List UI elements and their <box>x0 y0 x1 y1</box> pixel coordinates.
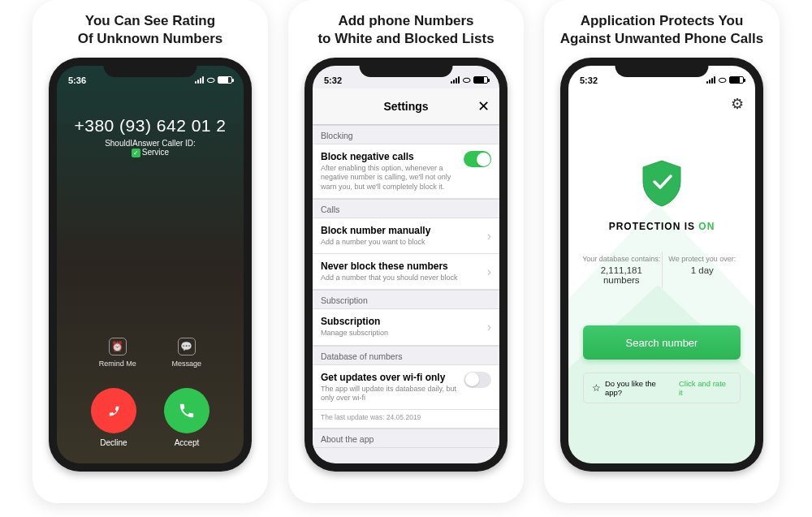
signal-icon <box>195 76 204 84</box>
message-button[interactable]: 💬 Message <box>172 338 202 368</box>
caller-id-line: ShouldIAnswer Caller ID: ✓Service <box>57 139 244 157</box>
protection-status: PROTECTION IS ON <box>568 221 755 232</box>
card-settings: Add phone Numbersto White and Blocked Li… <box>288 0 524 503</box>
row-never-block[interactable]: Never block these numbers Add a number t… <box>313 254 499 290</box>
status-icons: ⬭ <box>706 75 744 85</box>
settings-screen: Settings ✕ Blocking Block negative calls… <box>313 66 499 463</box>
chevron-right-icon: › <box>487 229 491 243</box>
chevron-right-icon: › <box>487 265 491 279</box>
row-desc: The app will update its database daily, … <box>321 385 459 403</box>
status-icons: ⬭ <box>451 75 488 85</box>
stat-database: Your database contains: 2,111,181 number… <box>581 252 662 288</box>
section-subscription: Subscription <box>313 290 499 309</box>
phone-frame: 5:32 ⬭ Settings ✕ Blocking Block negativ… <box>304 58 508 472</box>
wifi-icon: ⬭ <box>719 75 726 85</box>
gear-icon[interactable]: ⚙ <box>731 95 744 113</box>
search-button-label: Search number <box>626 337 698 349</box>
section-calls: Calls <box>313 199 499 218</box>
rate-app-bar[interactable]: ☆ Do you like the app? Click and rate it <box>583 373 741 403</box>
message-icon: 💬 <box>178 338 196 355</box>
section-database: Database of numbers <box>313 346 499 365</box>
search-number-button[interactable]: Search number <box>583 325 741 360</box>
phone-icon <box>178 402 196 420</box>
phone-frame: 5:32 ⬭ ⚙ <box>560 58 763 472</box>
remind-me-button[interactable]: ⏰ Remind Me <box>99 338 136 368</box>
status-icons: ⬭ <box>195 75 232 85</box>
close-icon[interactable]: ✕ <box>477 97 490 115</box>
clock: 5:32 <box>580 75 598 85</box>
row-desc: Manage subscription <box>321 329 459 338</box>
phone-notch <box>360 58 453 77</box>
last-update-text: The last update was: 24.05.2019 <box>313 410 499 429</box>
decline-label: Decline <box>100 438 127 447</box>
row-title: Subscription <box>321 316 491 327</box>
card-title: Add phone Numbersto White and Blocked Li… <box>317 12 494 48</box>
accept-button[interactable]: Accept <box>164 388 209 447</box>
section-about: About the app <box>313 429 499 448</box>
signal-icon <box>451 76 460 84</box>
row-block-negative[interactable]: Block negative calls After enabling this… <box>313 144 499 199</box>
settings-title: Settings <box>383 100 428 113</box>
remind-label: Remind Me <box>99 360 136 368</box>
stat-value: 2,111,181 numbers <box>581 265 662 285</box>
signal-icon <box>706 76 715 84</box>
phone-number: +380 (93) 642 01 2 <box>57 116 244 136</box>
card-title: You Can See RatingOf Unknown Numbers <box>78 12 223 48</box>
accept-label: Accept <box>175 438 200 447</box>
toggle-wifi-only[interactable] <box>464 372 491 388</box>
clock: 5:32 <box>324 75 342 85</box>
protection-screen: ⚙ PROTECTION IS ON Your database contain… <box>568 66 755 463</box>
section-blocking: Blocking <box>313 125 499 144</box>
shield-icon <box>640 159 684 208</box>
battery-icon <box>473 76 488 84</box>
stat-value: 1 day <box>663 265 743 275</box>
rate-question: Do you like the app? <box>605 379 675 397</box>
row-subscription[interactable]: Subscription Manage subscription › <box>313 309 499 345</box>
toggle-block-negative[interactable] <box>464 151 491 167</box>
phone-down-icon <box>105 402 123 420</box>
decline-button[interactable]: Decline <box>91 388 136 447</box>
wifi-icon: ⬭ <box>463 75 470 85</box>
phone-notch <box>104 58 197 77</box>
stat-duration: We protect you over: 1 day <box>662 252 743 288</box>
chevron-right-icon: › <box>487 320 491 334</box>
phone-frame: 5:36 ⬭ +380 (93) 642 01 2 ShouldIAnswer … <box>49 58 252 472</box>
battery-icon <box>218 76 232 84</box>
row-block-manually[interactable]: Block number manually Add a number you w… <box>313 218 499 254</box>
row-title: Never block these numbers <box>321 261 491 272</box>
clock: 5:36 <box>68 75 86 85</box>
row-desc: Add a number that you should never block <box>321 274 459 282</box>
row-desc: Add a number you want to block <box>321 238 459 247</box>
settings-header: Settings ✕ <box>313 88 499 125</box>
alarm-icon: ⏰ <box>109 338 127 355</box>
phone-notch <box>615 58 709 77</box>
rate-link[interactable]: Click and rate it <box>679 379 732 397</box>
star-icon: ☆ <box>592 382 601 394</box>
stat-label: We protect you over: <box>663 255 743 263</box>
message-label: Message <box>172 360 202 368</box>
card-caller-id: You Can See RatingOf Unknown Numbers 5:3… <box>32 0 268 503</box>
check-icon: ✓ <box>132 149 140 157</box>
wifi-icon: ⬭ <box>207 75 214 85</box>
incoming-call-screen: +380 (93) 642 01 2 ShouldIAnswer Caller … <box>57 66 244 463</box>
row-desc: After enabling this option, whenever a n… <box>321 164 459 192</box>
row-title: Block number manually <box>321 225 491 236</box>
card-protection: Application Protects YouAgainst Unwanted… <box>544 0 780 503</box>
row-wifi-updates[interactable]: Get updates over wi-fi only The app will… <box>313 365 499 411</box>
battery-icon <box>729 76 744 84</box>
card-title: Application Protects YouAgainst Unwanted… <box>560 12 763 48</box>
stat-label: Your database contains: <box>581 255 662 263</box>
